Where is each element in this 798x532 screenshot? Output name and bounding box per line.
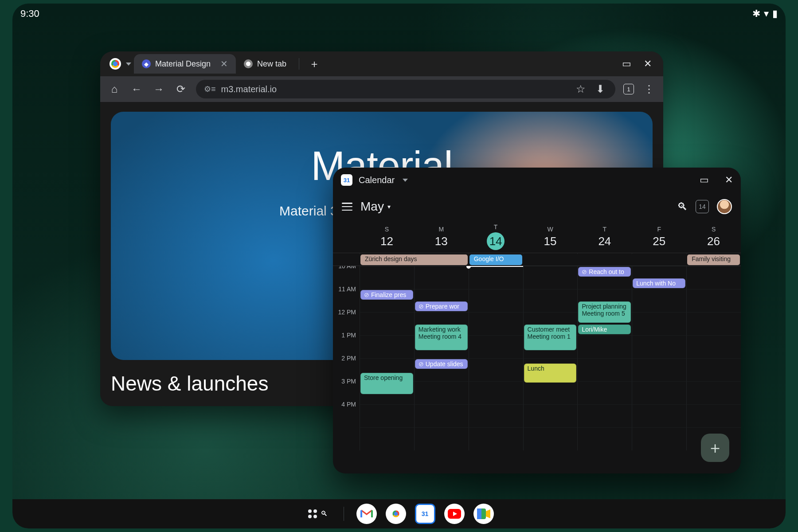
calendar-event[interactable]: Customer meetMeeting room 1 bbox=[524, 325, 577, 350]
day-of-month: 24 bbox=[598, 235, 611, 248]
maximize-icon[interactable]: ▭ bbox=[622, 58, 631, 70]
calendar-app-caret-icon[interactable] bbox=[403, 179, 408, 182]
reload-icon[interactable]: ⟳ bbox=[174, 83, 188, 95]
calendar-event[interactable]: Lori/Mike bbox=[578, 325, 631, 334]
day-header[interactable]: S 12 bbox=[360, 221, 414, 253]
time-slot[interactable] bbox=[686, 289, 741, 312]
taskbar-app-meet[interactable] bbox=[473, 504, 494, 524]
time-slot[interactable] bbox=[632, 427, 686, 450]
time-slot[interactable] bbox=[360, 312, 414, 335]
time-slot[interactable] bbox=[360, 335, 414, 358]
time-slot[interactable] bbox=[686, 381, 741, 404]
time-slot[interactable] bbox=[686, 335, 741, 358]
taskbar-app-calendar[interactable]: 31 bbox=[415, 504, 435, 524]
omnibox[interactable]: ⚙≡ m3.material.io ☆ ⬇︎ bbox=[196, 80, 615, 98]
time-slot[interactable] bbox=[577, 381, 632, 404]
time-slot[interactable] bbox=[632, 312, 686, 335]
time-slot[interactable] bbox=[577, 358, 632, 381]
chrome-logo-icon[interactable] bbox=[110, 58, 121, 70]
close-window-icon[interactable]: ✕ bbox=[644, 58, 652, 70]
time-slot[interactable] bbox=[632, 358, 686, 381]
home-icon[interactable]: ⌂ bbox=[107, 83, 121, 95]
allday-event[interactable]: Family visiting bbox=[687, 254, 740, 265]
time-slot[interactable] bbox=[469, 312, 523, 335]
time-slot[interactable] bbox=[686, 358, 741, 381]
calendar-event[interactable]: ⊘ Update slides bbox=[415, 359, 468, 369]
today-button[interactable]: 14 bbox=[696, 200, 709, 213]
time-slot[interactable] bbox=[686, 266, 741, 289]
time-slot[interactable] bbox=[632, 335, 686, 358]
allday-event[interactable]: Google I/O bbox=[469, 254, 522, 265]
time-slot[interactable] bbox=[577, 404, 632, 427]
time-slot[interactable] bbox=[469, 289, 523, 312]
menu-icon[interactable] bbox=[342, 203, 352, 211]
time-slot[interactable] bbox=[632, 404, 686, 427]
time-slot[interactable] bbox=[523, 404, 578, 427]
all-apps-button[interactable]: 🔍︎ bbox=[305, 506, 331, 522]
tab-label: Material Design bbox=[155, 59, 211, 69]
time-slot[interactable] bbox=[469, 381, 523, 404]
time-slot[interactable] bbox=[686, 404, 741, 427]
time-slot[interactable] bbox=[523, 266, 578, 289]
time-slot[interactable] bbox=[414, 404, 469, 427]
calendar-event[interactable]: ⊘ Prepare wor bbox=[415, 301, 468, 311]
taskbar-app-chrome[interactable] bbox=[386, 504, 406, 524]
calendar-maximize-icon[interactable]: ▭ bbox=[700, 174, 709, 186]
allday-event[interactable]: Zürich design days bbox=[360, 254, 468, 265]
calendar-app-icon: 31 bbox=[341, 174, 352, 186]
calendar-event[interactable]: Lunch bbox=[524, 364, 577, 383]
search-icon[interactable]: 🔍︎ bbox=[677, 200, 688, 213]
day-header[interactable]: W 15 bbox=[523, 221, 578, 253]
time-slot[interactable] bbox=[577, 335, 632, 358]
time-slot[interactable] bbox=[414, 427, 469, 450]
time-slot[interactable] bbox=[469, 404, 523, 427]
day-header[interactable]: M 13 bbox=[414, 221, 469, 253]
day-header[interactable]: S 26 bbox=[686, 221, 741, 253]
calendar-event[interactable]: Lunch with No bbox=[633, 278, 685, 288]
time-slot[interactable] bbox=[360, 266, 414, 289]
overflow-menu-icon[interactable]: ⋮ bbox=[642, 83, 656, 95]
now-indicator bbox=[469, 266, 523, 267]
time-slot[interactable] bbox=[686, 312, 741, 335]
calendar-month-label[interactable]: May▾ bbox=[360, 200, 391, 214]
create-event-button[interactable]: ＋ bbox=[701, 434, 729, 462]
day-header[interactable]: T 24 bbox=[577, 221, 632, 253]
time-slot[interactable] bbox=[469, 427, 523, 450]
calendar-event[interactable]: ⊘ Finalize pres bbox=[360, 290, 413, 300]
time-slot[interactable] bbox=[414, 266, 469, 289]
time-slot[interactable] bbox=[469, 266, 523, 289]
time-slot[interactable] bbox=[414, 381, 469, 404]
site-settings-icon[interactable]: ⚙≡ bbox=[204, 84, 216, 94]
back-icon[interactable]: ← bbox=[129, 83, 144, 95]
taskbar-app-gmail[interactable] bbox=[356, 504, 377, 524]
time-slot[interactable] bbox=[469, 358, 523, 381]
hour-label: 2 PM bbox=[333, 355, 360, 378]
tab-new-tab[interactable]: New tab bbox=[236, 54, 294, 74]
close-tab-icon[interactable]: ✕ bbox=[220, 59, 228, 69]
avatar[interactable] bbox=[717, 199, 732, 214]
time-slot[interactable] bbox=[360, 427, 414, 450]
time-slot[interactable] bbox=[360, 404, 414, 427]
time-slot[interactable] bbox=[577, 427, 632, 450]
time-slot[interactable] bbox=[523, 381, 578, 404]
star-icon[interactable]: ☆ bbox=[574, 83, 588, 95]
tab-count-button[interactable]: 1 bbox=[623, 84, 634, 94]
time-slot[interactable] bbox=[469, 335, 523, 358]
calendar-event[interactable]: Store opening bbox=[360, 373, 413, 394]
day-header[interactable]: T 14 bbox=[469, 221, 523, 253]
taskbar-app-youtube[interactable] bbox=[444, 504, 465, 524]
calendar-event[interactable]: Marketing workMeeting room 4 bbox=[415, 325, 468, 350]
time-slot[interactable] bbox=[523, 427, 578, 450]
calendar-close-icon[interactable]: ✕ bbox=[725, 174, 733, 186]
calendar-event[interactable]: Project planningMeeting room 5 bbox=[578, 301, 631, 323]
download-icon[interactable]: ⬇︎ bbox=[593, 83, 607, 95]
new-tab-button[interactable]: ＋ bbox=[304, 57, 325, 71]
profile-caret-icon[interactable] bbox=[126, 63, 131, 66]
calendar-event[interactable]: ⊘ Reach out to bbox=[578, 267, 631, 277]
forward-icon[interactable]: → bbox=[152, 83, 166, 95]
time-slot[interactable] bbox=[632, 289, 686, 312]
time-slot[interactable] bbox=[632, 381, 686, 404]
day-header[interactable]: F 25 bbox=[632, 221, 686, 253]
time-slot[interactable] bbox=[523, 289, 578, 312]
tab-material-design[interactable]: ◆ Material Design ✕ bbox=[134, 54, 236, 74]
